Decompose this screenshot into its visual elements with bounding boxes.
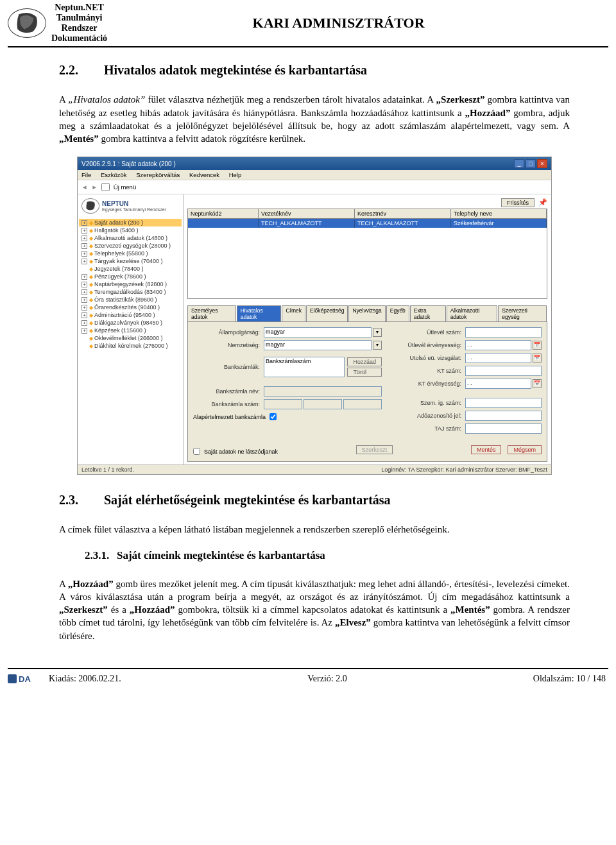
tree-item[interactable]: +◆Hallgatók (5400 ) <box>79 226 182 234</box>
kt-szam-field[interactable] <box>465 366 542 376</box>
bankszamla-szam-field[interactable] <box>264 399 302 409</box>
tree-item[interactable]: +◆Tárgyak kezelése (70400 ) <box>79 257 182 265</box>
tab-cimek[interactable]: Címek <box>282 305 305 321</box>
sajat-adatok-ne-label: Saját adatok ne látszódjanak <box>204 448 278 455</box>
logo-stone-icon <box>8 8 46 38</box>
menu-kedvencek[interactable]: Kedvencek <box>189 171 219 178</box>
calendar-icon[interactable]: 📅 <box>533 379 542 388</box>
menu-szerepkorvaltas[interactable]: Szerepkörváltás <box>136 171 180 178</box>
utlevel-erv-label: Útlevél érvényesség: <box>395 342 465 348</box>
grid-col-keresztnev[interactable]: Keresztnév <box>355 209 451 218</box>
utolso-eu-field[interactable]: . . <box>465 353 531 363</box>
tab-extra[interactable]: Extra adatok <box>410 305 446 321</box>
tree-item[interactable]: +◆Órarendkészítés (90400 ) <box>79 303 182 311</box>
kt-erv-label: KT érvényesség: <box>395 380 465 387</box>
adoazon-label: Adóazonosító jel: <box>395 413 465 419</box>
adoazon-field[interactable] <box>465 411 542 421</box>
bankszamla-szam-label: Bankszámla szám: <box>193 401 264 407</box>
calendar-icon[interactable]: 📅 <box>533 341 542 350</box>
product-name: Neptun.NET Tanulmányi Rendszer Dokumentá… <box>51 3 107 44</box>
szerkeszt-button[interactable]: Szerkeszt <box>356 445 393 454</box>
bankszamlak-list[interactable]: Bankszámlaszám <box>264 357 345 377</box>
back-icon[interactable]: ◄ <box>81 184 87 191</box>
szem-ig-label: Szem. ig. szám: <box>395 400 465 406</box>
alap-bankszamla-checkbox[interactable] <box>270 413 277 420</box>
tree-item[interactable]: +◆Óra statisztikák (89600 ) <box>79 296 182 303</box>
tree-item[interactable]: +◆Diákigazolványok (98450 ) <box>79 319 182 327</box>
torol-button[interactable]: Töröl <box>347 368 382 377</box>
tab-szervezeti[interactable]: Szervezeti egység <box>498 305 547 321</box>
minimize-icon[interactable]: _ <box>514 159 524 168</box>
newmenu-checkbox[interactable] <box>101 183 110 191</box>
taj-field[interactable] <box>465 423 542 434</box>
maximize-icon[interactable]: □ <box>526 159 536 168</box>
sajat-adatok-ne-checkbox[interactable] <box>193 448 200 455</box>
tab-alkalmazotti[interactable]: Alkalmazotti adatok <box>447 305 498 321</box>
utlevel-szam-label: Útlevél szám: <box>395 329 465 336</box>
allampolgarsag-label: Állampolgárság: <box>193 329 264 336</box>
status-login-info: Loginnév: TA Szerepkör: Kari adminisztrá… <box>381 466 547 473</box>
tab-bar: Személyes adatok Hivatalos adatok Címek … <box>187 305 547 322</box>
footer-kiadas: Kiadás: 2006.02.21. <box>46 674 234 684</box>
utlevel-erv-field[interactable]: . . <box>465 340 531 350</box>
forward-icon[interactable]: ► <box>91 184 97 191</box>
bankszamla-nev-field[interactable] <box>264 386 382 397</box>
calendar-icon[interactable]: 📅 <box>533 354 542 363</box>
tab-nyelvvizsga[interactable]: Nyelvvizsga <box>348 305 385 321</box>
grid-col-neptunkod[interactable]: Neptunkód2 <box>188 209 259 218</box>
doc-title: KARI ADMINISZTRÁTOR <box>107 15 608 31</box>
szem-ig-field[interactable] <box>465 398 542 408</box>
section-2-2-paragraph: A „Hivatalos adatok” fület választva néz… <box>59 93 570 145</box>
bankszamla-nev-label: Bankszámla név: <box>193 388 264 395</box>
status-bar: Letöltve 1 / 1 rekord. Loginnév: TA Szer… <box>78 465 551 474</box>
refresh-button[interactable]: Frissítés <box>501 198 535 207</box>
tree-item[interactable]: +◆Képzések (115600 ) <box>79 327 182 334</box>
tab-elokepzettseg[interactable]: Előképzettség <box>306 305 348 321</box>
tree-item[interactable]: +◆Szervezeti egységek (28000 ) <box>79 242 182 250</box>
sidebar-brand-sub: Egységes Tanulmányi Rendszer <box>102 207 166 212</box>
menu-file[interactable]: File <box>81 171 91 178</box>
kt-erv-field[interactable]: . . <box>465 379 531 389</box>
utlevel-szam-field[interactable] <box>465 327 542 337</box>
allampolgarsag-field[interactable]: magyar <box>264 327 372 337</box>
section-2-2-heading: 2.2.Hivatalos adatok megtekintése és kar… <box>59 63 570 78</box>
dropdown-icon[interactable]: ▾ <box>373 341 382 350</box>
tree-item[interactable]: ◆Jegyzetek (78400 ) <box>79 265 182 273</box>
section-2-3-paragraph: A címek fület választva a képen látható … <box>59 523 570 536</box>
grid-col-vezeteknev[interactable]: Vezetéknév <box>259 209 355 218</box>
bankszamla-szam-field3[interactable] <box>343 399 382 409</box>
grid-row[interactable]: TECH_ALKALMAZOTT TECH_ALKALMAZOTT Székes… <box>188 219 547 228</box>
tree-item[interactable]: +◆Naptárbejegyzések (82800 ) <box>79 280 182 288</box>
hozzaad-button[interactable]: Hozzáad <box>347 357 382 366</box>
sidebar-brand: NEPTUN <box>102 200 128 207</box>
doc-footer: DA Kiadás: 2006.02.21. Verzió: 2.0 Oldal… <box>8 668 608 685</box>
kt-szam-label: KT szám: <box>395 368 465 374</box>
grid-col-telephely[interactable]: Telephely neve <box>451 209 547 218</box>
close-icon[interactable]: × <box>537 159 547 168</box>
menu-eszkozok[interactable]: Eszközök <box>101 171 127 178</box>
footer-logo-icon: DA <box>8 673 46 685</box>
tree-item[interactable]: +◆Telephelyek (55800 ) <box>79 250 182 257</box>
tree-item[interactable]: +◆Teremgazdálkodás (83400 ) <box>79 288 182 296</box>
alap-bankszamla-label: Alapértelmezett bankszámla <box>193 414 266 420</box>
tab-hivatalos[interactable]: Hivatalos adatok <box>237 305 282 321</box>
doc-header: Neptun.NET Tanulmányi Rendszer Dokumentá… <box>8 0 608 47</box>
tree-item[interactable]: ◆Diákhitel kérelmek (276000 ) <box>79 342 182 350</box>
mentes-button[interactable]: Mentés <box>471 445 502 454</box>
dropdown-icon[interactable]: ▾ <box>373 328 382 337</box>
menu-help[interactable]: Help <box>229 171 242 178</box>
app-screenshot: V2006.2.9.1 : Saját adatok (200 ) _ □ × … <box>77 157 552 475</box>
tree-item[interactable]: ◆Oklevélmelléklet (266000 ) <box>79 334 182 342</box>
pin-icon[interactable]: 📌 <box>538 198 547 207</box>
tab-egyeb[interactable]: Egyéb <box>386 305 409 321</box>
tree-item[interactable]: +◆Alkalmazotti adatok (14800 ) <box>79 234 182 242</box>
menubar: File Eszközök Szerepkörváltás Kedvencek … <box>78 170 551 180</box>
tree-item[interactable]: +◆Adminisztráció (95400 ) <box>79 311 182 319</box>
nemzetiseg-field[interactable]: magyar <box>264 340 372 350</box>
bankszamla-szam-field2[interactable] <box>304 399 342 409</box>
tab-szemelyes[interactable]: Személyes adatok <box>187 305 236 321</box>
megsem-button[interactable]: Mégsem <box>508 445 542 454</box>
tree-item[interactable]: +◆Saját adatok (200 ) <box>79 219 182 226</box>
status-record-count: Letöltve 1 / 1 rekord. <box>81 466 134 473</box>
tree-item[interactable]: +◆Pénzügyek (78600 ) <box>79 273 182 280</box>
